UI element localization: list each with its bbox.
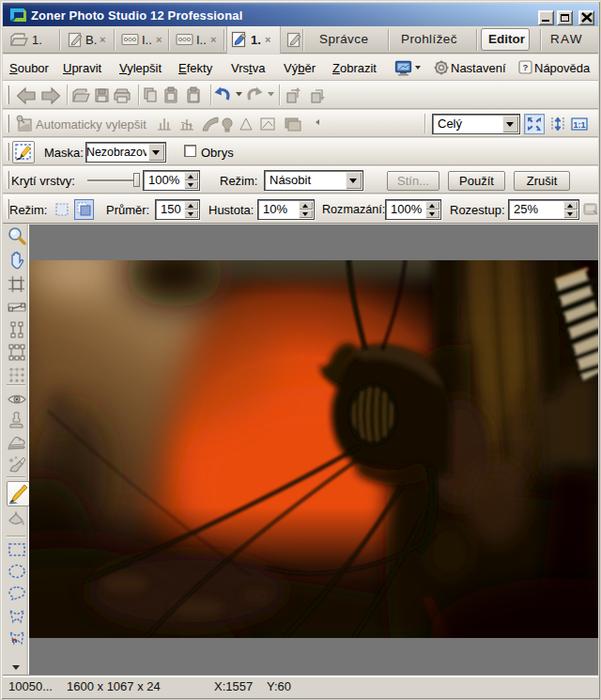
svg-text:1:1: 1:1 <box>573 120 585 130</box>
svg-text:?: ? <box>523 62 529 72</box>
